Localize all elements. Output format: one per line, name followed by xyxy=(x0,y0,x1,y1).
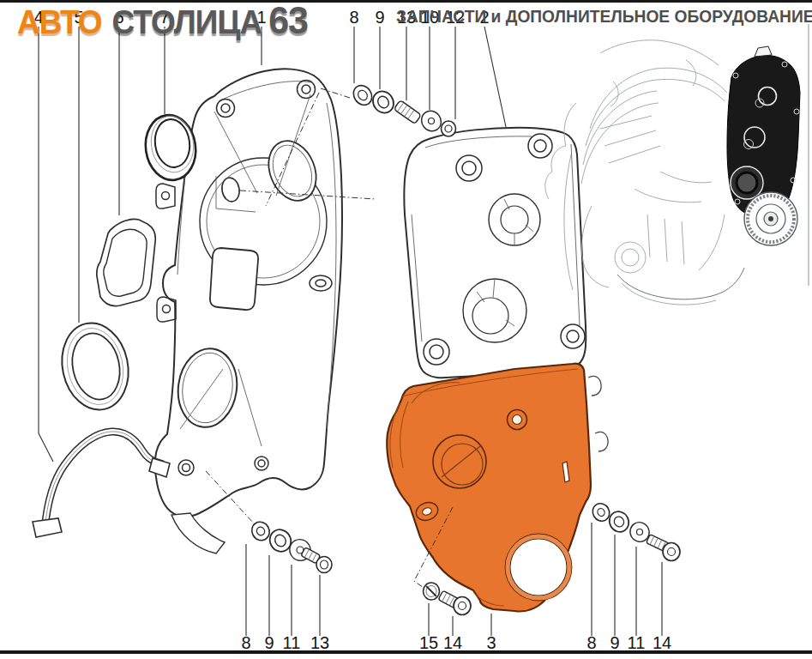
callout-number[interactable]: 12 xyxy=(446,8,465,27)
callout-numbers-top: 4 5 6 7 1 8 9 13 10 12 2 xyxy=(33,8,489,27)
stud-bolt xyxy=(394,100,421,124)
callout-number[interactable]: 8 xyxy=(349,8,358,27)
callout-number[interactable]: 4 xyxy=(33,8,43,27)
callout-number[interactable]: 2 xyxy=(479,8,489,27)
callout-number[interactable]: 5 xyxy=(74,8,83,27)
callout-number[interactable]: 15 xyxy=(419,633,438,652)
callout-number[interactable]: 8 xyxy=(586,633,596,652)
part-gasket-strip[interactable] xyxy=(33,432,170,537)
part-upper-front-cover[interactable] xyxy=(404,128,586,378)
callout-number[interactable]: 9 xyxy=(375,8,384,27)
part-gasket-pentagon[interactable] xyxy=(97,219,155,305)
fastener-group-top[interactable] xyxy=(350,82,456,136)
crankshaft-pulley xyxy=(744,192,797,245)
bottom-border xyxy=(0,650,812,654)
callout-number[interactable]: 13 xyxy=(310,633,329,652)
callout-number[interactable]: 11 xyxy=(283,633,301,652)
callout-number[interactable]: 6 xyxy=(114,8,123,27)
callout-number[interactable]: 14 xyxy=(653,633,671,652)
fastener-group-bottom-left[interactable] xyxy=(249,518,332,572)
callout-number[interactable]: 11 xyxy=(628,633,646,652)
part-gasket-ring[interactable] xyxy=(54,317,136,416)
callout-number[interactable]: 1 xyxy=(256,8,266,27)
fastener-group-bottom-middle[interactable] xyxy=(424,583,472,615)
engine-timing-cover-highlight[interactable] xyxy=(727,46,800,217)
part-lower-front-cover-highlighted[interactable] xyxy=(387,364,608,612)
callout-number[interactable]: 8 xyxy=(241,633,250,652)
mount-tab xyxy=(156,184,175,209)
callout-number[interactable]: 3 xyxy=(486,633,496,652)
timing-covers-exploded-diagram: 4 5 6 7 1 8 9 13 10 12 2 8 9 11 13 15 14… xyxy=(0,0,812,659)
callout-number[interactable]: 7 xyxy=(159,8,169,27)
callout-number[interactable]: 10 xyxy=(420,8,439,27)
fastener-group-bottom-right[interactable] xyxy=(590,500,680,560)
parts-catalog-page: 4 5 6 7 1 8 9 13 10 12 2 8 9 11 13 15 14… xyxy=(0,0,812,659)
callout-number[interactable]: 14 xyxy=(443,633,462,652)
callout-number[interactable]: 13 xyxy=(397,8,416,27)
square-opening xyxy=(210,248,258,310)
callout-number[interactable]: 9 xyxy=(264,633,274,652)
callout-number[interactable]: 9 xyxy=(610,633,619,652)
callout-numbers-bottom: 8 9 11 13 15 14 3 8 9 11 14 xyxy=(241,633,671,652)
top-border xyxy=(0,0,812,3)
